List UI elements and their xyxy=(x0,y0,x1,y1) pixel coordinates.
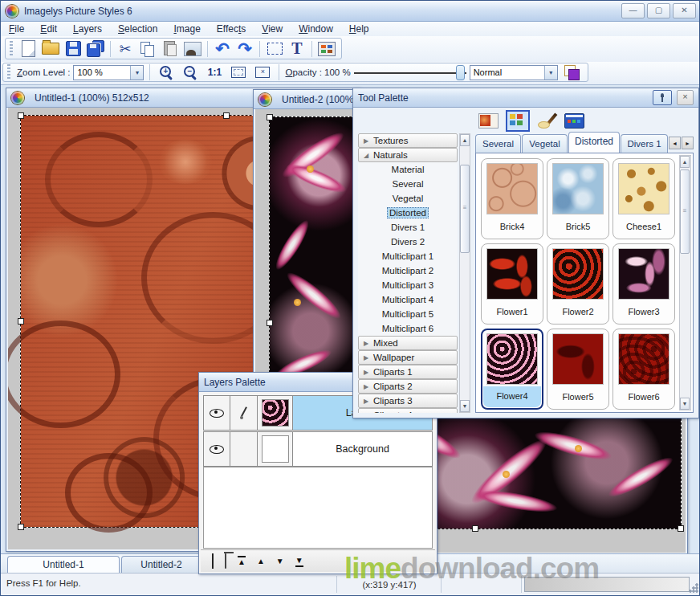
tab-divers-1[interactable]: Divers 1 xyxy=(621,134,668,153)
tree-item-divers-1[interactable]: Divers 1 xyxy=(358,220,458,235)
selection-handle[interactable] xyxy=(18,524,24,530)
move-layer-bottom-button[interactable]: ▼ xyxy=(295,556,303,567)
minimize-button[interactable]: — xyxy=(621,3,645,18)
tab-scroll-left-button[interactable]: ◄ xyxy=(669,137,681,149)
scroll-up-button[interactable]: ▲ xyxy=(680,156,690,168)
selection-handle[interactable] xyxy=(678,525,684,532)
tree-item-vegetal[interactable]: Vegetal xyxy=(358,191,458,206)
layer-thumbnail-cell[interactable] xyxy=(258,395,293,431)
maximize-button[interactable]: ▢ xyxy=(647,3,670,18)
tab-scroll-right-button[interactable]: ► xyxy=(682,137,694,149)
menu-selection[interactable]: Selection xyxy=(110,22,165,35)
tree-item-multiclipart-1[interactable]: Multiclipart 1 xyxy=(358,249,458,263)
window-titlebar[interactable]: Imagelys Picture Styles 6 — ▢ ✕ xyxy=(1,1,700,22)
scrollbar-thumb[interactable]: ≡ xyxy=(680,169,690,254)
tree-item-naturals[interactable]: ◢Naturals xyxy=(358,148,458,162)
thumbnail-flower2[interactable]: Flower2 xyxy=(547,243,609,325)
chevron-down-icon[interactable]: ▾ xyxy=(130,66,143,80)
doc-tab-untitled-1[interactable]: Untitled-1 xyxy=(7,556,120,574)
copy-button[interactable] xyxy=(137,39,158,59)
layer-thumbnail-cell[interactable] xyxy=(258,431,293,467)
layer-visibility-toggle[interactable] xyxy=(203,431,230,467)
tree-item-distorted-selected[interactable]: Distorted xyxy=(358,206,458,220)
tree-item-several[interactable]: Several xyxy=(358,177,458,191)
textures-grid-mode-icon[interactable] xyxy=(506,110,530,132)
toolbar-grip[interactable] xyxy=(10,41,13,57)
zoom-level-select[interactable]: 100 % ▾ xyxy=(73,65,144,80)
slider-handle[interactable] xyxy=(456,65,465,80)
tree-item-cliparts-2[interactable]: ▶Cliparts 2 xyxy=(358,379,458,394)
thumbnail-flower6[interactable]: Flower6 xyxy=(612,329,675,410)
tree-item-cliparts-1[interactable]: ▶Cliparts 1 xyxy=(358,365,458,379)
tree-item-multiclipart-3[interactable]: Multiclipart 3 xyxy=(358,278,458,292)
pin-button[interactable] xyxy=(653,90,672,105)
tab-vegetal[interactable]: Vegetal xyxy=(522,134,568,153)
save-all-button[interactable] xyxy=(85,39,106,59)
thumbnail-flower1[interactable]: Flower1 xyxy=(481,243,543,325)
tree-scrollbar[interactable]: ▲ ≡ ▼ xyxy=(459,133,470,413)
move-layer-down-button[interactable]: ▼ xyxy=(276,557,284,566)
scroll-up-button[interactable]: ▲ xyxy=(460,134,470,146)
scrollbar-thumb[interactable]: ≡ xyxy=(460,165,470,253)
menu-edit[interactable]: Edit xyxy=(32,22,65,35)
tool-palette-titlebar[interactable]: Tool Palette × xyxy=(353,88,698,108)
layer-edit-cell[interactable] xyxy=(230,395,258,431)
menu-file[interactable]: File xyxy=(1,22,32,35)
move-layer-up-button[interactable]: ▲ xyxy=(257,557,265,566)
tree-item-textures[interactable]: ▶Textures xyxy=(358,133,458,148)
layer-name[interactable]: Background xyxy=(293,431,433,467)
resize-grip[interactable] xyxy=(688,582,698,593)
thumbnail-flower5[interactable]: Flower5 xyxy=(547,329,609,410)
tree-item-multiclipart-4[interactable]: Multiclipart 4 xyxy=(358,292,458,307)
tool-palette-close-button[interactable]: × xyxy=(677,90,694,105)
layer-visibility-toggle[interactable] xyxy=(203,395,230,431)
blend-tool-button[interactable] xyxy=(561,63,582,82)
close-image-button[interactable]: × xyxy=(252,63,273,82)
doc-tab-untitled-2[interactable]: Untitled-2 xyxy=(121,556,201,574)
paint-brush-mode-icon[interactable] xyxy=(537,112,557,129)
tab-several[interactable]: Several xyxy=(475,134,521,153)
selection-handle[interactable] xyxy=(472,525,478,532)
tree-item-multiclipart-2[interactable]: Multiclipart 2 xyxy=(358,263,458,278)
layer-edit-cell[interactable] xyxy=(230,431,258,467)
new-button[interactable] xyxy=(18,39,39,59)
panel-mode-icon[interactable] xyxy=(564,113,584,129)
scroll-down-button[interactable]: ▼ xyxy=(680,398,690,410)
selection-handle[interactable] xyxy=(223,112,230,119)
picture-mode-icon[interactable] xyxy=(478,113,499,129)
thumbnail-flower4-selected[interactable]: Flower4 xyxy=(481,329,543,410)
tree-item-multiclipart-5[interactable]: Multiclipart 5 xyxy=(358,307,458,321)
tree-item-wallpaper[interactable]: ▶Wallpaper xyxy=(358,350,458,365)
opacity-slider[interactable] xyxy=(354,65,466,80)
tree-item-divers-2[interactable]: Divers 2 xyxy=(358,235,458,249)
image-button[interactable] xyxy=(182,39,203,59)
selection-handle[interactable] xyxy=(267,114,273,120)
selection-handle[interactable] xyxy=(267,320,273,326)
zoom-in-button[interactable]: + xyxy=(156,63,177,82)
close-button[interactable]: ✕ xyxy=(673,3,696,18)
toolbar-grip[interactable] xyxy=(7,64,10,80)
chevron-down-icon[interactable]: ▾ xyxy=(544,66,557,80)
menu-effects[interactable]: Effects xyxy=(209,22,254,35)
menu-layers[interactable]: Layers xyxy=(65,22,110,35)
menu-help[interactable]: Help xyxy=(341,22,377,35)
menu-window[interactable]: Window xyxy=(291,22,341,35)
redo-button[interactable]: ↷ xyxy=(234,39,255,59)
open-button[interactable] xyxy=(40,39,61,59)
undo-button[interactable]: ↶ xyxy=(212,39,233,59)
move-layer-top-button[interactable]: ▲ xyxy=(238,556,246,567)
save-button[interactable] xyxy=(63,39,83,59)
text-tool-button[interactable]: T xyxy=(287,39,307,59)
tree-item-cliparts-3[interactable]: ▶Cliparts 3 xyxy=(358,394,458,408)
layer-row-background[interactable]: Background xyxy=(203,431,433,467)
new-layer-button[interactable] xyxy=(212,554,214,569)
tree-item-multiclipart-6[interactable]: Multiclipart 6 xyxy=(358,321,458,336)
tree-item-material[interactable]: Material xyxy=(358,162,458,177)
paste-button[interactable] xyxy=(160,39,181,59)
grid-scrollbar[interactable]: ▲ ≡ ▼ xyxy=(679,155,691,410)
zoom-out-button[interactable]: − xyxy=(180,63,201,82)
selection-handle[interactable] xyxy=(18,318,24,325)
fit-window-button[interactable] xyxy=(228,63,249,82)
thumbnail-brick5[interactable]: Brick5 xyxy=(547,158,609,239)
thumbnail-cheese1[interactable]: Cheese1 xyxy=(612,158,675,239)
